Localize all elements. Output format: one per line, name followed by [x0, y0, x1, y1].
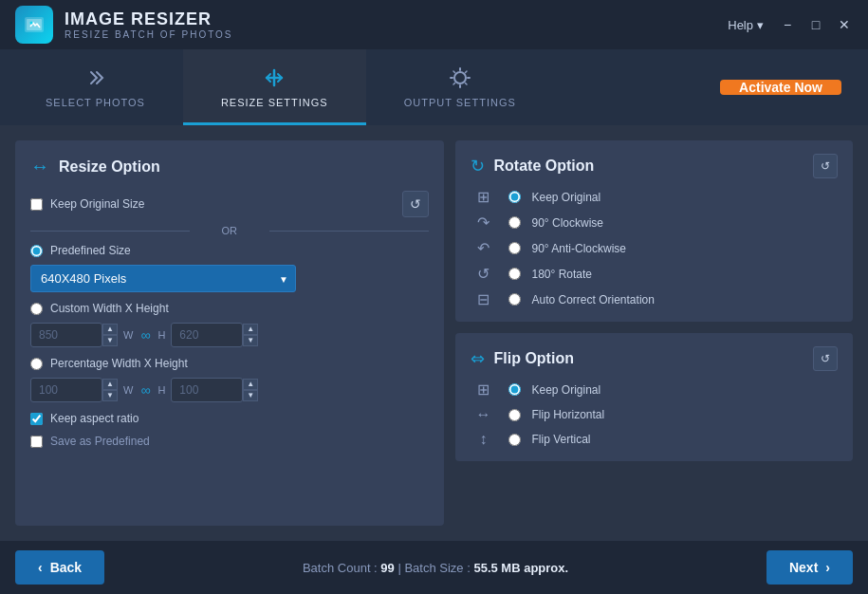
rotate-auto-correct: ⊟ Auto Correct Orientation — [471, 290, 839, 308]
rotate-180-radio[interactable] — [508, 268, 521, 280]
nav-output-settings[interactable]: OUTPUT SETTINGS — [366, 49, 554, 125]
custom-w-input-group: ▲ ▼ — [30, 323, 118, 347]
next-chevron-icon: › — [825, 560, 830, 575]
rotate-keep-icon: ⊞ — [471, 188, 497, 206]
custom-w-spinner: ▲ ▼ — [102, 324, 118, 346]
link-icon-pct: ∞ — [140, 382, 150, 398]
flip-icon: ⇔ — [471, 348, 485, 369]
next-button[interactable]: Next › — [766, 550, 853, 585]
rotate-keep-original: ⊞ Keep Original — [471, 188, 839, 206]
pct-h-input[interactable] — [171, 378, 243, 402]
batch-count-value: 99 — [380, 561, 394, 575]
resize-reset-button[interactable]: ↺ — [402, 191, 429, 217]
rotate-90acw-radio[interactable] — [508, 242, 521, 254]
flip-options: ⊞ Keep Original ↔ Flip Horizontal ↕ Flip… — [471, 381, 839, 448]
pct-h-spin-up[interactable]: ▲ — [243, 379, 258, 390]
custom-h-input[interactable] — [171, 323, 243, 347]
custom-w-input[interactable] — [30, 323, 102, 347]
svg-point-3 — [454, 72, 466, 84]
predefined-row: Predefined Size — [30, 244, 429, 257]
rotate-auto-icon: ⊟ — [471, 290, 497, 308]
rotate-keep-label: Keep Original — [532, 191, 601, 204]
left-panel: ↔ Resize Option Keep Original Size ↺ OR … — [15, 140, 444, 526]
custom-w-label: W — [123, 329, 133, 341]
flip-vertical: ↕ Flip Vertical — [471, 431, 839, 448]
keep-original-row: Keep Original Size ↺ — [30, 191, 429, 217]
pct-h-spin-down[interactable]: ▼ — [243, 390, 258, 401]
keep-original-label: Keep Original Size — [50, 197, 144, 211]
flip-reset-button[interactable]: ↺ — [813, 346, 838, 371]
flip-keep-original: ⊞ Keep Original — [471, 381, 839, 399]
custom-row: Custom Width X Height — [30, 302, 429, 315]
chevron-down-icon: ▾ — [757, 18, 764, 32]
resize-section-title: Resize Option — [59, 158, 160, 176]
percentage-dimension-row: ▲ ▼ W ∞ H ▲ ▼ — [30, 378, 429, 402]
predefined-radio[interactable] — [30, 245, 43, 257]
link-icon-custom: ∞ — [140, 327, 150, 343]
resize-section-header: ↔ Resize Option — [30, 156, 429, 177]
flip-horizontal-label: Flip Horizontal — [532, 408, 605, 421]
batch-size-label: | Batch Size : — [397, 561, 470, 575]
minimize-button[interactable]: − — [779, 16, 796, 33]
flip-horizontal-radio[interactable] — [508, 409, 521, 421]
back-chevron-icon: ‹ — [38, 560, 43, 575]
percentage-radio[interactable] — [30, 358, 43, 370]
pct-h-input-group: ▲ ▼ — [171, 378, 258, 402]
or-divider: OR — [30, 225, 429, 236]
predefined-select[interactable]: 640X480 Pixels 800X600 Pixels 1024X768 P… — [30, 265, 296, 292]
rotate-90cw-radio[interactable] — [508, 216, 521, 229]
rotate-panel-header: ↻ Rotate Option ↺ — [471, 154, 839, 178]
keep-aspect-checkbox[interactable] — [30, 413, 43, 425]
custom-w-spin-up[interactable]: ▲ — [102, 324, 118, 335]
nav-resize-settings-label: RESIZE SETTINGS — [221, 97, 328, 108]
flip-keep-radio[interactable] — [508, 383, 521, 396]
flip-section-title: Flip Option — [494, 350, 574, 367]
nav-resize-settings[interactable]: RESIZE SETTINGS — [183, 49, 366, 125]
flip-horizontal: ↔ Flip Horizontal — [471, 406, 839, 423]
predefined-select-wrapper[interactable]: 640X480 Pixels 800X600 Pixels 1024X768 P… — [30, 265, 296, 292]
flip-panel: ⇔ Flip Option ↺ ⊞ Keep Original ↔ Flip H… — [455, 333, 854, 461]
keep-aspect-label: Keep aspect ratio — [50, 412, 139, 425]
keep-aspect-row: Keep aspect ratio — [30, 412, 429, 425]
flip-vertical-radio[interactable] — [508, 434, 521, 446]
flip-keep-label: Keep Original — [532, 383, 601, 397]
rotate-reset-button[interactable]: ↺ — [813, 154, 838, 178]
flip-h-icon: ↔ — [471, 406, 497, 423]
percentage-row: Percentage Width X Height — [30, 357, 429, 370]
rotate-90-acw: ↶ 90° Anti-Clockwise — [471, 239, 839, 257]
help-button[interactable]: Help ▾ — [728, 18, 764, 32]
close-button[interactable]: ✕ — [836, 16, 853, 33]
nav-select-photos[interactable]: SELECT PHOTOS — [8, 49, 183, 125]
rotate-keep-radio[interactable] — [508, 191, 521, 203]
pct-h-label: H — [157, 384, 165, 396]
custom-w-spin-down[interactable]: ▼ — [102, 335, 118, 346]
pct-w-spinner: ▲ ▼ — [102, 379, 118, 401]
rotate-auto-radio[interactable] — [508, 293, 521, 306]
back-button[interactable]: ‹ Back — [15, 550, 104, 585]
keep-original-checkbox[interactable] — [30, 198, 43, 211]
rotate-panel: ↻ Rotate Option ↺ ⊞ Keep Original ↷ 90° … — [455, 140, 854, 322]
flip-panel-header: ⇔ Flip Option ↺ — [471, 346, 839, 371]
predefined-select-row: 640X480 Pixels 800X600 Pixels 1024X768 P… — [30, 265, 429, 292]
custom-h-spin-up[interactable]: ▲ — [243, 324, 258, 335]
flip-v-icon: ↕ — [471, 431, 497, 448]
maximize-button[interactable]: □ — [807, 16, 824, 33]
pct-w-spin-down[interactable]: ▼ — [102, 390, 118, 401]
pct-w-spin-up[interactable]: ▲ — [102, 379, 118, 390]
svg-point-2 — [30, 22, 33, 25]
rotate-180-label: 180° Rotate — [532, 268, 593, 281]
activate-button[interactable]: Activate Now — [720, 80, 841, 95]
batch-size-value: 55.5 MB approx. — [473, 561, 568, 575]
custom-h-spinner: ▲ ▼ — [243, 324, 258, 346]
rotate-180: ↺ 180° Rotate — [471, 265, 839, 283]
save-predefined-checkbox[interactable] — [30, 436, 43, 448]
right-panel: ↻ Rotate Option ↺ ⊞ Keep Original ↷ 90° … — [455, 140, 854, 526]
flip-vertical-label: Flip Vertical — [532, 433, 591, 446]
rotate-auto-label: Auto Correct Orientation — [532, 293, 655, 306]
rotate-180-icon: ↺ — [471, 265, 497, 283]
save-predefined-label: Save as Predefined — [50, 435, 150, 448]
pct-w-input[interactable] — [30, 378, 102, 402]
footer-info: Batch Count : 99 | Batch Size : 55.5 MB … — [104, 561, 766, 575]
custom-h-spin-down[interactable]: ▼ — [243, 335, 258, 346]
custom-radio[interactable] — [30, 303, 43, 315]
